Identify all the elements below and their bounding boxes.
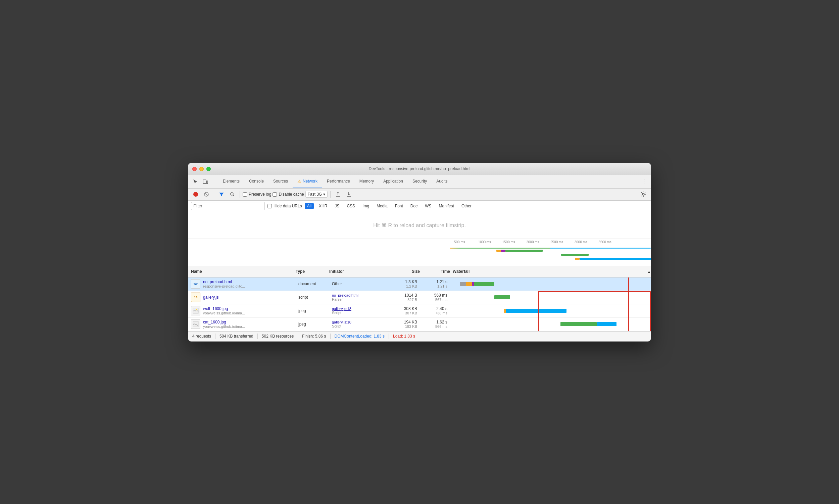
tab-security[interactable]: Security	[408, 175, 432, 188]
timeline-overview-bar	[450, 248, 651, 249]
filter-ws-button[interactable]: WS	[423, 203, 433, 209]
svg-rect-1	[207, 181, 208, 183]
col-header-type[interactable]: Type	[296, 269, 329, 274]
transferred-size: 504 KB transferred	[219, 334, 253, 339]
load-time: Load: 1.83 s	[393, 334, 415, 339]
record-button[interactable]	[191, 190, 200, 199]
status-bar: 4 requests 504 KB transferred 502 KB res…	[188, 331, 651, 341]
row-name-cell: cat_1600.jpg yoavweiss.github.io/ima...	[188, 318, 296, 331]
filmstrip-message: Hit ⌘ R to reload and capture filmstrip.	[373, 222, 466, 229]
tab-memory[interactable]: Memory	[355, 175, 378, 188]
filter-css-button[interactable]: CSS	[344, 203, 357, 209]
tab-sources[interactable]: Sources	[268, 175, 293, 188]
tab-application[interactable]: Application	[378, 175, 408, 188]
device-toggle-icon[interactable]	[201, 177, 210, 186]
settings-button[interactable]	[639, 190, 648, 199]
hide-data-urls-checkbox[interactable]: Hide data URLs	[267, 204, 302, 209]
filter-media-button[interactable]: Media	[374, 203, 390, 209]
timeline-bars	[188, 246, 651, 266]
col-header-name[interactable]: Name	[188, 269, 296, 274]
timeline-bar-gallery	[561, 254, 589, 256]
row-initiator-cell: gallery.js:18 Script	[329, 304, 390, 318]
filter-font-button[interactable]: Font	[393, 203, 406, 209]
minimize-button[interactable]	[199, 167, 204, 171]
search-button[interactable]	[228, 190, 237, 199]
svg-point-4	[231, 193, 233, 195]
col-header-waterfall[interactable]: Waterfall ▲	[450, 269, 651, 274]
tab-icon-group	[191, 177, 214, 186]
html-file-icon: </>	[191, 279, 200, 289]
table-row[interactable]: cat_1600.jpg yoavweiss.github.io/ima... …	[188, 318, 651, 331]
file-name: gallery.js	[203, 295, 218, 300]
more-tabs-button[interactable]: ⋮	[639, 177, 648, 186]
timeline-ruler: 500 ms 1000 ms 1500 ms 2000 ms 2500 ms 3…	[188, 239, 651, 246]
row-name-cell: wolf_1600.jpg yoavweiss.github.io/ima...	[188, 304, 296, 318]
row-time-cell: 2.40 s 738 ms	[420, 304, 450, 318]
table-row[interactable]: JS gallery.js script no_preload.html Par…	[188, 291, 651, 304]
record-dot-icon	[193, 192, 198, 197]
maximize-button[interactable]	[207, 167, 211, 171]
row-initiator-cell: no_preload.html Parser	[329, 291, 390, 304]
sort-arrow-icon: ▲	[647, 270, 651, 273]
file-url: yoavweiss.github.io/ima...	[203, 311, 245, 315]
preserve-log-input[interactable]	[243, 192, 247, 197]
tab-elements[interactable]: Elements	[218, 175, 244, 188]
row-type-cell: document	[296, 277, 329, 291]
row-waterfall-cell	[450, 304, 651, 318]
svg-line-3	[205, 193, 208, 196]
row-waterfall-cell	[450, 291, 651, 304]
col-header-size[interactable]: Size	[390, 269, 420, 274]
col-header-initiator[interactable]: Initiator	[329, 269, 390, 274]
devtools-tab-bar: Elements Console Sources ⚠ Network Perfo…	[188, 175, 651, 188]
timeline-bar-connect	[501, 250, 506, 252]
tab-performance[interactable]: Performance	[322, 175, 355, 188]
svg-rect-0	[203, 180, 206, 183]
jpg-file-icon	[191, 306, 200, 316]
cursor-icon[interactable]	[191, 177, 200, 186]
filter-doc-button[interactable]: Doc	[408, 203, 420, 209]
filter-img-button[interactable]: Img	[360, 203, 372, 209]
file-name: no_preload.html	[203, 280, 245, 284]
row-initiator-cell: Other	[329, 277, 390, 291]
filter-js-button[interactable]: JS	[332, 203, 342, 209]
file-name: cat_1600.jpg	[203, 320, 245, 324]
import-button[interactable]	[333, 190, 343, 199]
row-type-cell: jpeg	[296, 304, 329, 318]
preserve-log-checkbox[interactable]: Preserve log	[243, 192, 271, 197]
filter-xhr-button[interactable]: XHR	[317, 203, 329, 209]
filter-all-button[interactable]: All	[305, 203, 314, 209]
filter-input[interactable]	[191, 202, 265, 210]
table-row[interactable]: </> no_preload.html responsive-preload.g…	[188, 277, 651, 291]
svg-point-8	[642, 193, 644, 195]
timeline-container: 500 ms 1000 ms 1500 ms 2000 ms 2500 ms 3…	[188, 239, 651, 266]
tab-audits[interactable]: Audits	[432, 175, 452, 188]
export-button[interactable]	[344, 190, 353, 199]
col-header-time[interactable]: Time	[420, 269, 450, 274]
row-name-cell: JS gallery.js	[188, 291, 296, 304]
devtools-panel: Elements Console Sources ⚠ Network Perfo…	[188, 175, 651, 341]
close-button[interactable]	[192, 167, 197, 171]
filter-other-button[interactable]: Other	[459, 203, 474, 209]
clear-button[interactable]	[202, 190, 211, 199]
disable-cache-checkbox[interactable]: Disable cache	[272, 192, 304, 197]
row-time-cell: 1.62 s 566 ms	[420, 318, 450, 331]
timeline-bar-wolf-2	[579, 258, 651, 260]
row-time-cell: 1.21 s 1.21 s	[420, 277, 450, 291]
requests-count: 4 requests	[192, 334, 211, 339]
throttle-select[interactable]: Fast 3G ▾	[305, 191, 328, 198]
row-size-cell: 194 KB 193 KB	[390, 318, 420, 331]
filter-manifest-button[interactable]: Manifest	[436, 203, 457, 209]
js-file-icon: JS	[191, 293, 200, 302]
dom-content-loaded: DOMContentLoaded: 1.83 s	[335, 334, 385, 339]
table-row[interactable]: wolf_1600.jpg yoavweiss.github.io/ima...…	[188, 304, 651, 318]
tab-console[interactable]: Console	[244, 175, 268, 188]
filter-button[interactable]	[217, 190, 226, 199]
row-time-cell: 568 ms 567 ms	[420, 291, 450, 304]
file-url: yoavweiss.github.io/ima...	[203, 324, 245, 328]
row-type-cell: jpeg	[296, 318, 329, 331]
file-url: responsive-preload.glitc...	[203, 284, 245, 288]
tab-network[interactable]: ⚠ Network	[293, 175, 322, 188]
disable-cache-input[interactable]	[272, 192, 277, 197]
browser-window: DevTools - responsive-preload.glitch.me/…	[188, 163, 651, 342]
filter-bar: Hide data URLs All XHR JS CSS Img Media …	[188, 201, 651, 212]
